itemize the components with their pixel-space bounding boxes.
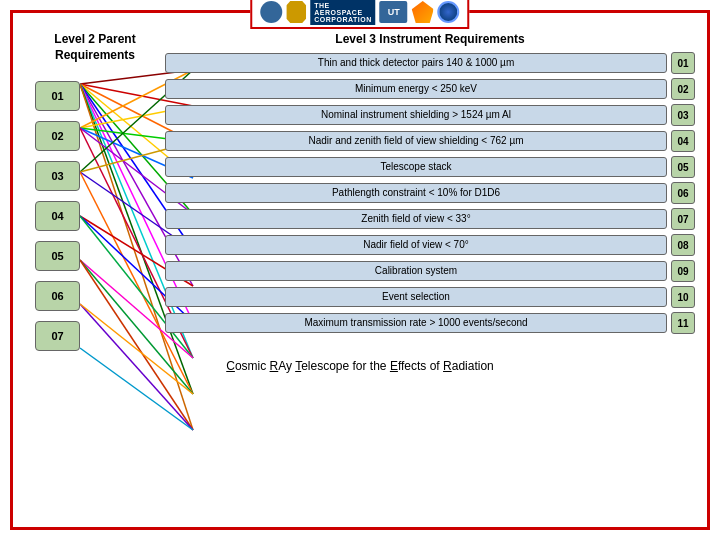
noaa-logo [438, 1, 460, 23]
req-num-11: 11 [671, 312, 695, 334]
ut-logo: UT [380, 1, 408, 23]
req-label-09: Calibration system [165, 261, 667, 281]
req-num-03: 03 [671, 104, 695, 126]
req-label-08: Nadir field of view < 70° [165, 235, 667, 255]
footer-adiation: adiation [452, 359, 494, 373]
level2-item-06: 06 [35, 281, 80, 311]
level2-item-07: 07 [35, 321, 80, 351]
level3-title: Level 3 Instrument Requirements [165, 32, 695, 46]
req-label-06: Pathlength constraint < 10% for D1D6 [165, 183, 667, 203]
req-rows: Thin and thick detector pairs 140 & 1000… [165, 52, 695, 334]
req-num-02: 02 [671, 78, 695, 100]
main-content: Flow of Requirements [13, 1, 707, 381]
level2-items-list: 01 02 03 04 05 06 [25, 71, 165, 351]
right-panel: Level 3 Instrument Requirements Thin and… [165, 32, 695, 351]
level2-title: Level 2 Parent Requirements [25, 32, 165, 63]
req-num-09: 09 [671, 260, 695, 282]
level2-item-05: 05 [35, 241, 80, 271]
footer-e: E [390, 359, 398, 373]
req-label-05: Telescope stack [165, 157, 667, 177]
req-num-06: 06 [671, 182, 695, 204]
outer-border: THEAEROSPACECORPORATION UT Flow of Requi… [10, 10, 710, 530]
req-num-07: 07 [671, 208, 695, 230]
header-logo-bar: THEAEROSPACECORPORATION UT [250, 0, 469, 29]
req-row-08: Nadir field of view < 70° 08 [165, 234, 695, 256]
req-row-04: Nadir and zenith field of view shielding… [165, 130, 695, 152]
diagram-area: Level 2 Parent Requirements 01 02 03 04 [25, 32, 695, 351]
req-num-10: 10 [671, 286, 695, 308]
req-num-01: 01 [671, 52, 695, 74]
logo-circle-icon [260, 1, 282, 23]
footer-osmic: osmic [235, 359, 270, 373]
req-num-05: 05 [671, 156, 695, 178]
aerospace-logo: THEAEROSPACECORPORATION [310, 0, 375, 25]
req-row-02: Minimum energy < 250 keV 02 [165, 78, 695, 100]
req-row-03: Nominal instrument shielding > 1524 µm A… [165, 104, 695, 126]
logo-hex-icon [286, 1, 306, 23]
req-label-10: Event selection [165, 287, 667, 307]
footer-text: Cosmic RAy Telescope for the Effects of … [25, 359, 695, 373]
req-label-11: Maximum transmission rate > 1000 events/… [165, 313, 667, 333]
footer-elescope: elescope for the [301, 359, 390, 373]
footer-r: R [270, 359, 279, 373]
level2-item-04: 04 [35, 201, 80, 231]
req-label-02: Minimum energy < 250 keV [165, 79, 667, 99]
req-row-10: Event selection 10 [165, 286, 695, 308]
req-num-04: 04 [671, 130, 695, 152]
req-row-11: Maximum transmission rate > 1000 events/… [165, 312, 695, 334]
req-label-01: Thin and thick detector pairs 140 & 1000… [165, 53, 667, 73]
footer-c: C [226, 359, 235, 373]
level2-item-01: 01 [35, 81, 80, 111]
level2-item-02: 02 [35, 121, 80, 151]
req-row-09: Calibration system 09 [165, 260, 695, 282]
logo-pent-icon [412, 1, 434, 23]
req-label-07: Zenith field of view < 33° [165, 209, 667, 229]
req-row-06: Pathlength constraint < 10% for D1D6 06 [165, 182, 695, 204]
req-row-01: Thin and thick detector pairs 140 & 1000… [165, 52, 695, 74]
footer-ay: Ay [278, 359, 295, 373]
footer-rad: R [443, 359, 452, 373]
req-num-08: 08 [671, 234, 695, 256]
left-panel: Level 2 Parent Requirements 01 02 03 04 [25, 32, 165, 351]
req-row-07: Zenith field of view < 33° 07 [165, 208, 695, 230]
req-label-03: Nominal instrument shielding > 1524 µm A… [165, 105, 667, 125]
req-row-05: Telescope stack 05 [165, 156, 695, 178]
level2-item-03: 03 [35, 161, 80, 191]
footer-ffects: ffects of [398, 359, 443, 373]
req-label-04: Nadir and zenith field of view shielding… [165, 131, 667, 151]
